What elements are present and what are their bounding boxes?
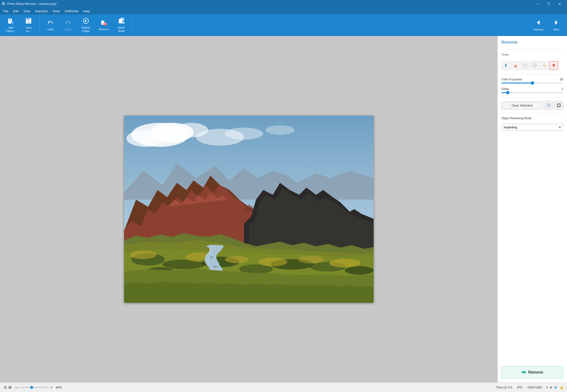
zoom-actual-button[interactable]: ⊞	[8, 385, 12, 390]
minimize-button[interactable]: —	[532, 0, 543, 8]
status-icons: ℹ ⊕ 🐦 👍	[547, 386, 563, 389]
menu-edit[interactable]: Edit	[11, 8, 21, 14]
remove-arrow-icon: ➡	[521, 369, 526, 376]
clear-selection-button[interactable]: Clear Selection	[501, 101, 543, 109]
add-files-button[interactable]: + AddFile(s)...	[2, 16, 19, 35]
svg-marker-52	[505, 67, 507, 67]
tool-magic-wand[interactable]	[540, 61, 549, 70]
zoom-slider[interactable]	[20, 387, 49, 388]
status-bar: ⊡ ⊞ — + 64% Time (s): 5.0 JPG 1920×1280 …	[0, 382, 567, 392]
social-icon[interactable]: 👍	[560, 386, 563, 389]
title-bar: 🖼 Photo Stamp Remover - caucasus.jpg* — …	[0, 0, 567, 8]
right-panel: Remove Tools	[497, 36, 567, 382]
add-files-icon: +	[7, 17, 14, 25]
svg-text:✕: ✕	[104, 22, 107, 26]
svg-point-46	[213, 266, 218, 268]
panel-spacer	[501, 134, 563, 363]
batch-mode-label: BatchMode	[118, 26, 125, 32]
next-label: Next	[553, 28, 559, 31]
toolbar: + AddFile(s)... Saveas... Undo	[0, 14, 567, 36]
save-as-label: Saveas...	[26, 26, 31, 32]
canvas-area[interactable]	[0, 36, 497, 382]
svg-marker-21	[537, 20, 540, 25]
svg-rect-6	[27, 18, 29, 20]
previous-label: Previous	[533, 28, 544, 31]
menu-tools[interactable]: Tools	[50, 8, 62, 14]
save-as-button[interactable]: Saveas...	[20, 16, 37, 35]
previous-button[interactable]: Previous	[530, 16, 547, 35]
twitter-icon[interactable]: 🐦	[554, 386, 558, 389]
svg-rect-56	[514, 67, 517, 67]
batch-mode-button[interactable]: ▶▶ BatchMode	[113, 16, 130, 35]
tool-marker[interactable]	[501, 61, 510, 70]
svg-rect-57	[523, 64, 527, 67]
zoom-out-button[interactable]: —	[15, 385, 19, 390]
menu-file[interactable]: File	[1, 8, 11, 14]
save-as-icon	[25, 17, 32, 25]
menu-selection[interactable]: Selection	[32, 8, 50, 14]
svg-marker-64	[543, 65, 545, 67]
zoom-fit-button[interactable]: ⊡	[4, 385, 7, 390]
restore-button[interactable]: ❐	[543, 0, 554, 8]
menu-softorbits[interactable]: SoftOrbits	[62, 8, 81, 14]
color-fuzziness-fill	[501, 83, 532, 84]
svg-point-30	[266, 125, 294, 135]
remove-button[interactable]: ➡ Remove	[501, 366, 563, 378]
removing-mode-select[interactable]: Inpainting Content-Aware Fill Smear	[501, 124, 563, 131]
color-fuzziness-track[interactable]	[501, 83, 563, 84]
window-title: Photo Stamp Remover - caucasus.jpg*	[7, 2, 532, 5]
time-display: Time (s): 5.0	[496, 386, 512, 389]
dilate-slider-row: Dilate 2	[501, 87, 563, 93]
color-fuzziness-label: Color Fuzziness	[501, 78, 522, 81]
tool-pin[interactable]	[550, 61, 558, 70]
tool-eraser[interactable]	[511, 61, 520, 70]
close-button[interactable]: ✕	[554, 0, 565, 8]
select-all-button[interactable]	[544, 101, 553, 110]
svg-point-44	[329, 259, 360, 267]
svg-rect-1	[9, 20, 11, 20]
main-area: Remove Tools	[0, 36, 567, 382]
menu-help[interactable]: Help	[81, 8, 92, 14]
tools-section-label: Tools	[501, 53, 563, 56]
format-display: JPG	[517, 386, 522, 389]
svg-text:+: +	[12, 21, 14, 24]
redo-button[interactable]: Redo	[60, 16, 77, 35]
zoom-controls: ⊡ ⊞ — + 64%	[4, 385, 62, 390]
window-controls: — ❐ ✕	[532, 0, 565, 8]
tool-rect-select[interactable]	[521, 61, 529, 70]
zoom-thumb[interactable]	[30, 386, 33, 389]
dilate-thumb[interactable]	[506, 91, 510, 94]
zoom-plus-button[interactable]: +	[50, 385, 53, 390]
tools-row	[501, 61, 563, 70]
original-image-button[interactable]: OriginalImage	[77, 16, 94, 35]
tool-lasso[interactable]	[530, 61, 539, 70]
undo-button[interactable]: Undo	[42, 16, 59, 35]
remove-label: Remove	[99, 28, 109, 31]
share-icon[interactable]: ⊕	[550, 386, 552, 389]
dilate-header: Dilate 2	[501, 87, 563, 91]
previous-icon	[535, 19, 542, 27]
clear-selection-row: Clear Selection	[501, 101, 563, 110]
dimensions-display: 1920×1280	[527, 386, 542, 389]
toolbar-sep-1	[39, 18, 40, 32]
color-fuzziness-header: Color Fuzziness 50	[501, 78, 563, 81]
panel-divider-4	[501, 113, 563, 113]
zoom-value: 64%	[56, 386, 62, 389]
svg-point-39	[130, 251, 156, 259]
svg-rect-53	[505, 64, 506, 64]
batch-mode-icon: ▶▶	[118, 17, 125, 25]
svg-rect-2	[9, 21, 11, 21]
color-fuzziness-thumb[interactable]	[531, 81, 534, 85]
next-button[interactable]: Next	[548, 16, 565, 35]
info-icon[interactable]: ℹ	[547, 386, 548, 389]
dilate-track[interactable]	[501, 92, 563, 93]
invert-selection-button[interactable]	[554, 101, 563, 110]
color-fuzziness-value: 50	[560, 78, 563, 81]
panel-title: Remove	[501, 40, 563, 45]
menu-view[interactable]: View	[21, 8, 32, 14]
remove-toolbar-button[interactable]: ✕ Remove	[95, 16, 112, 35]
svg-point-58	[533, 64, 536, 67]
redo-icon	[65, 19, 71, 27]
redo-label: Redo	[65, 28, 71, 31]
image-container[interactable]	[124, 116, 374, 303]
